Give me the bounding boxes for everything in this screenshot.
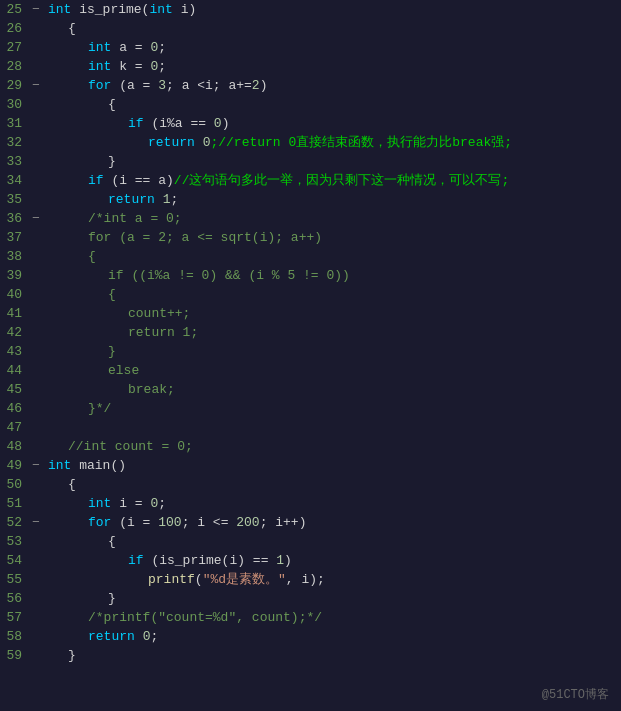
line-number: 46 xyxy=(0,399,28,418)
code-line: 42return 1; xyxy=(0,323,621,342)
line-number: 25 xyxy=(0,0,28,19)
line-number: 45 xyxy=(0,380,28,399)
code-line: 40{ xyxy=(0,285,621,304)
code-line: 31if (i%a == 0) xyxy=(0,114,621,133)
code-line: 47 xyxy=(0,418,621,437)
line-number: 35 xyxy=(0,190,28,209)
line-number: 51 xyxy=(0,494,28,513)
line-number: 56 xyxy=(0,589,28,608)
line-number: 53 xyxy=(0,532,28,551)
code-content: int main() xyxy=(44,456,621,475)
line-number: 30 xyxy=(0,95,28,114)
code-content: return 1; xyxy=(44,190,621,209)
code-content: { xyxy=(44,95,621,114)
line-number: 39 xyxy=(0,266,28,285)
code-line: 48//int count = 0; xyxy=(0,437,621,456)
code-content: { xyxy=(44,247,621,266)
code-content: if (i%a == 0) xyxy=(44,114,621,133)
line-number: 37 xyxy=(0,228,28,247)
code-line: 35return 1; xyxy=(0,190,621,209)
code-content: /*int a = 0; xyxy=(44,209,621,228)
code-content: else xyxy=(44,361,621,380)
code-content: for (i = 100; i <= 200; i++) xyxy=(44,513,621,532)
line-number: 31 xyxy=(0,114,28,133)
code-content: break; xyxy=(44,380,621,399)
code-content: { xyxy=(44,19,621,38)
line-number: 36 xyxy=(0,209,28,228)
line-number: 44 xyxy=(0,361,28,380)
line-number: 52 xyxy=(0,513,28,532)
line-number: 42 xyxy=(0,323,28,342)
code-content: if (i == a)//这句语句多此一举，因为只剩下这一种情况，可以不写; xyxy=(44,171,621,190)
code-line: 49−int main() xyxy=(0,456,621,475)
code-line: 38{ xyxy=(0,247,621,266)
code-content: int k = 0; xyxy=(44,57,621,76)
code-content: count++; xyxy=(44,304,621,323)
watermark: @51CTO博客 xyxy=(542,686,609,703)
line-number: 41 xyxy=(0,304,28,323)
fold-button[interactable]: − xyxy=(28,209,44,228)
code-line: 33} xyxy=(0,152,621,171)
code-content: { xyxy=(44,475,621,494)
line-number: 49 xyxy=(0,456,28,475)
line-number: 38 xyxy=(0,247,28,266)
line-number: 55 xyxy=(0,570,28,589)
line-number: 40 xyxy=(0,285,28,304)
code-line: 56} xyxy=(0,589,621,608)
line-number: 57 xyxy=(0,608,28,627)
code-content: int a = 0; xyxy=(44,38,621,57)
code-line: 41count++; xyxy=(0,304,621,323)
code-content: } xyxy=(44,342,621,361)
code-line: 32return 0;//return 0直接结束函数，执行能力比break强; xyxy=(0,133,621,152)
code-content: /*printf("count=%d", count);*/ xyxy=(44,608,621,627)
code-content: }*/ xyxy=(44,399,621,418)
fold-button[interactable]: − xyxy=(28,76,44,95)
code-content: for (a = 3; a <i; a+=2) xyxy=(44,76,621,95)
line-number: 26 xyxy=(0,19,28,38)
code-line: 34if (i == a)//这句语句多此一举，因为只剩下这一种情况，可以不写; xyxy=(0,171,621,190)
code-line: 44else xyxy=(0,361,621,380)
code-line: 27int a = 0; xyxy=(0,38,621,57)
code-line: 29−for (a = 3; a <i; a+=2) xyxy=(0,76,621,95)
line-number: 58 xyxy=(0,627,28,646)
line-number: 32 xyxy=(0,133,28,152)
code-content: if ((i%a != 0) && (i % 5 != 0)) xyxy=(44,266,621,285)
code-line: 39if ((i%a != 0) && (i % 5 != 0)) xyxy=(0,266,621,285)
fold-button[interactable]: − xyxy=(28,456,44,475)
code-content: int is_prime(int i) xyxy=(44,0,621,19)
code-line: 30{ xyxy=(0,95,621,114)
code-line: 55printf("%d是素数。", i); xyxy=(0,570,621,589)
line-number: 33 xyxy=(0,152,28,171)
line-number: 47 xyxy=(0,418,28,437)
code-line: 26{ xyxy=(0,19,621,38)
code-line: 59} xyxy=(0,646,621,665)
code-editor: 25−int is_prime(int i)26{27int a = 0;28i… xyxy=(0,0,621,711)
code-line: 45break; xyxy=(0,380,621,399)
line-number: 34 xyxy=(0,171,28,190)
code-line: 46}*/ xyxy=(0,399,621,418)
code-line: 37for (a = 2; a <= sqrt(i); a++) xyxy=(0,228,621,247)
code-line: 36−/*int a = 0; xyxy=(0,209,621,228)
code-content: int i = 0; xyxy=(44,494,621,513)
fold-button[interactable]: − xyxy=(28,513,44,532)
code-content: if (is_prime(i) == 1) xyxy=(44,551,621,570)
code-content: return 0;//return 0直接结束函数，执行能力比break强; xyxy=(44,133,621,152)
code-content: return 1; xyxy=(44,323,621,342)
code-line: 53{ xyxy=(0,532,621,551)
code-line: 43} xyxy=(0,342,621,361)
code-line: 57/*printf("count=%d", count);*/ xyxy=(0,608,621,627)
code-line: 51int i = 0; xyxy=(0,494,621,513)
code-line: 28int k = 0; xyxy=(0,57,621,76)
code-line: 25−int is_prime(int i) xyxy=(0,0,621,19)
code-content: return 0; xyxy=(44,627,621,646)
line-number: 28 xyxy=(0,57,28,76)
code-content: //int count = 0; xyxy=(44,437,621,456)
line-number: 59 xyxy=(0,646,28,665)
line-number: 48 xyxy=(0,437,28,456)
code-content: for (a = 2; a <= sqrt(i); a++) xyxy=(44,228,621,247)
fold-button[interactable]: − xyxy=(28,0,44,19)
code-content: } xyxy=(44,152,621,171)
code-content: printf("%d是素数。", i); xyxy=(44,570,621,589)
code-line: 50{ xyxy=(0,475,621,494)
code-content: } xyxy=(44,646,621,665)
